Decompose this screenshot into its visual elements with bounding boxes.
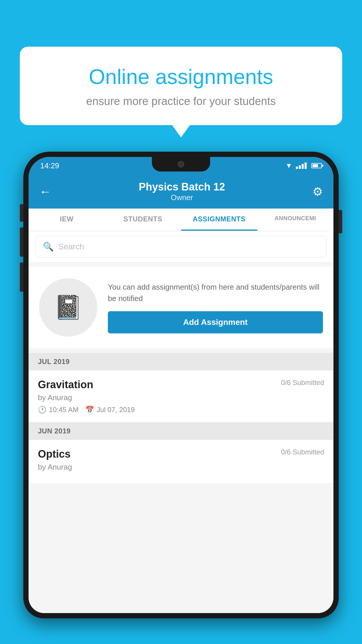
assignment-optics-title: Optics <box>38 448 71 460</box>
tab-assignments[interactable]: ASSIGNMENTS <box>181 209 257 231</box>
battery-fill <box>312 164 318 167</box>
signal-bar-3 <box>302 164 304 169</box>
power-button <box>339 210 342 233</box>
camera-dot <box>178 161 184 167</box>
volume-up-button <box>20 228 23 257</box>
status-time: 14:29 <box>40 161 59 170</box>
notebook-icon: 📓 <box>54 294 83 321</box>
signal-bar-2 <box>299 165 301 169</box>
tab-announcements[interactable]: ANNOUNCEMI <box>257 209 334 231</box>
search-input-wrapper[interactable]: 🔍 Search <box>36 236 326 257</box>
calendar-icon: 📅 <box>85 406 94 414</box>
search-icon: 🔍 <box>43 242 54 252</box>
assignment-gravitation-header: Gravitation 0/6 Submitted <box>38 379 324 391</box>
app-header: ← Physics Batch 12 Owner ⚙ <box>29 174 333 209</box>
add-assignment-button[interactable]: Add Assignment <box>108 311 323 333</box>
tab-iew[interactable]: IEW <box>29 209 105 231</box>
phone-outer: 14:29 ▼ ← Phys <box>23 152 339 618</box>
volume-silent-button <box>20 204 23 222</box>
phone-notch <box>152 157 210 172</box>
assignment-gravitation-title: Gravitation <box>38 379 93 391</box>
status-icons: ▼ <box>285 162 322 170</box>
phone-container: 14:29 ▼ ← Phys <box>23 152 339 644</box>
tabs-bar: IEW STUDENTS ASSIGNMENTS ANNOUNCEMI <box>29 209 333 231</box>
header-title: Physics Batch 12 <box>139 181 225 193</box>
speech-bubble-container: Online assignments ensure more practice … <box>20 47 342 125</box>
volume-down-button <box>20 262 23 292</box>
assignment-item-gravitation[interactable]: Gravitation 0/6 Submitted by Anurag 🕐 10… <box>29 370 333 422</box>
speech-bubble-subtitle: ensure more practice for your students <box>40 95 322 108</box>
assignment-gravitation-submitted: 0/6 Submitted <box>281 379 324 387</box>
wifi-icon: ▼ <box>285 162 292 170</box>
assignment-item-optics[interactable]: Optics 0/6 Submitted by Anurag <box>29 440 333 484</box>
tab-students[interactable]: STUDENTS <box>105 209 181 231</box>
assignment-optics-submitted: 0/6 Submitted <box>281 448 324 456</box>
assignment-gravitation-time: 🕐 10:45 AM <box>38 406 78 414</box>
search-placeholder: Search <box>58 242 84 251</box>
search-container: 🔍 Search <box>29 231 333 262</box>
empty-state-icon-circle: 📓 <box>39 278 97 337</box>
assignment-gravitation-time-label: 10:45 AM <box>49 406 78 414</box>
assignment-optics-header: Optics 0/6 Submitted <box>38 448 324 460</box>
empty-state-card: 📓 You can add assignment(s) from here an… <box>29 267 333 348</box>
back-button[interactable]: ← <box>39 185 51 199</box>
assignment-gravitation-by: by Anurag <box>38 393 324 402</box>
battery-icon <box>311 163 322 168</box>
settings-icon[interactable]: ⚙ <box>312 185 323 198</box>
clock-icon: 🕐 <box>38 406 47 414</box>
assignment-gravitation-date-label: Jul 07, 2019 <box>96 406 135 414</box>
assignment-optics-by: by Anurag <box>38 463 324 472</box>
assignment-gravitation-meta: 🕐 10:45 AM 📅 Jul 07, 2019 <box>38 406 324 414</box>
signal-bar-1 <box>296 167 298 169</box>
header-subtitle: Owner <box>139 193 225 202</box>
empty-state-description: You can add assignment(s) from here and … <box>108 281 323 304</box>
speech-bubble: Online assignments ensure more practice … <box>20 47 342 125</box>
header-title-block: Physics Batch 12 Owner <box>139 181 225 202</box>
speech-bubble-title: Online assignments <box>40 64 322 89</box>
section-header-jun: JUN 2019 <box>29 422 333 440</box>
empty-state-content: You can add assignment(s) from here and … <box>108 281 323 333</box>
phone-screen: 14:29 ▼ ← Phys <box>29 157 333 613</box>
signal-bar-4 <box>305 162 307 169</box>
signal-bars-icon <box>296 162 307 169</box>
assignment-gravitation-date: 📅 Jul 07, 2019 <box>85 406 135 414</box>
content-area: 🔍 Search 📓 You can add assignment(s) fro… <box>29 231 333 613</box>
section-header-jul: JUL 2019 <box>29 353 333 370</box>
